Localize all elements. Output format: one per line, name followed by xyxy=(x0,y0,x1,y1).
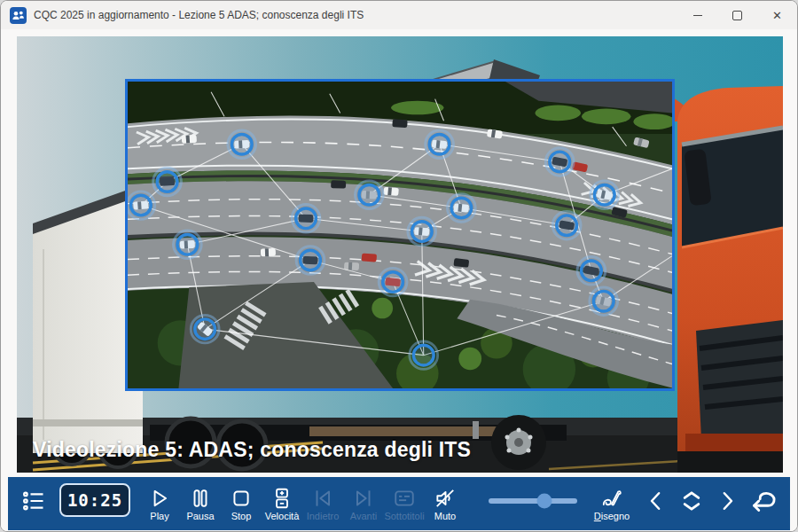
nav-expand-button[interactable] xyxy=(677,486,707,516)
maximize-button[interactable] xyxy=(717,1,757,29)
volume-slider[interactable] xyxy=(489,492,577,510)
draw-pen-icon xyxy=(600,487,623,510)
its-overlay-video xyxy=(125,79,675,391)
player-toolbar: 10:25 Play Pausa Stop xyxy=(8,477,790,530)
play-button[interactable]: Play xyxy=(139,487,180,521)
video-caption: Videolezione 5: ADAS; conoscenza degli I… xyxy=(33,438,471,462)
minimize-icon xyxy=(693,15,702,16)
pause-button[interactable]: Pausa xyxy=(180,487,221,521)
return-button[interactable] xyxy=(747,485,779,517)
window-controls: ✕ xyxy=(677,1,797,29)
next-icon xyxy=(352,487,375,510)
volume-slider-track[interactable] xyxy=(489,498,577,504)
play-label: Play xyxy=(150,511,168,521)
pause-label: Pausa xyxy=(186,511,214,521)
close-button[interactable]: ✕ xyxy=(757,1,797,29)
speed-plus-minus-icon xyxy=(270,487,293,510)
minimize-button[interactable] xyxy=(677,1,717,29)
stop-button[interactable]: Stop xyxy=(221,487,262,521)
next-button: Avanti xyxy=(343,487,384,521)
stop-label: Stop xyxy=(231,511,252,521)
previous-button: Indietro xyxy=(302,487,343,521)
chevron-up-down-icon xyxy=(677,486,707,516)
speed-button[interactable]: Velocità xyxy=(262,487,302,521)
nav-group xyxy=(641,485,779,517)
content-area: Videolezione 5: ADAS; conoscenza degli I… xyxy=(1,29,797,531)
title-bar: CQC 2025 in aggiornamento - Lezione 5 AD… xyxy=(1,1,797,29)
subtitles-button: Sottotitoli xyxy=(384,487,425,521)
stop-icon xyxy=(230,487,253,510)
speed-label: Velocità xyxy=(265,511,300,521)
its-overlay-scene xyxy=(128,82,672,388)
play-icon xyxy=(148,487,171,510)
playlist-icon xyxy=(21,489,46,513)
chevron-left-icon xyxy=(643,488,669,514)
maximize-icon xyxy=(732,11,742,20)
return-arrow-icon xyxy=(747,485,779,517)
video-player-canvas[interactable]: Videolezione 5: ADAS; conoscenza degli I… xyxy=(17,36,783,473)
subtitles-label: Sottotitoli xyxy=(384,511,424,521)
playlist-button[interactable] xyxy=(19,489,49,513)
time-display: 10:25 xyxy=(59,483,130,517)
subtitles-icon xyxy=(393,487,416,510)
chevron-right-icon xyxy=(714,488,740,514)
close-icon: ✕ xyxy=(772,10,782,21)
previous-icon xyxy=(311,487,334,510)
mute-button[interactable]: Muto xyxy=(425,487,466,521)
draw-label: Disegno xyxy=(594,511,630,521)
nav-right-button[interactable] xyxy=(712,488,742,514)
previous-label: Indietro xyxy=(307,511,340,521)
draw-button[interactable]: Disegno xyxy=(591,487,632,521)
volume-slider-thumb[interactable] xyxy=(537,494,552,509)
mute-label: Muto xyxy=(434,511,456,521)
next-label: Avanti xyxy=(350,511,377,521)
pause-icon xyxy=(189,487,212,510)
window-title: CQC 2025 in aggiornamento - Lezione 5 AD… xyxy=(34,9,364,21)
app-people-icon xyxy=(10,7,27,24)
nav-left-button[interactable] xyxy=(641,488,671,514)
mute-icon xyxy=(434,487,457,510)
app-window: CQC 2025 in aggiornamento - Lezione 5 AD… xyxy=(0,0,798,532)
